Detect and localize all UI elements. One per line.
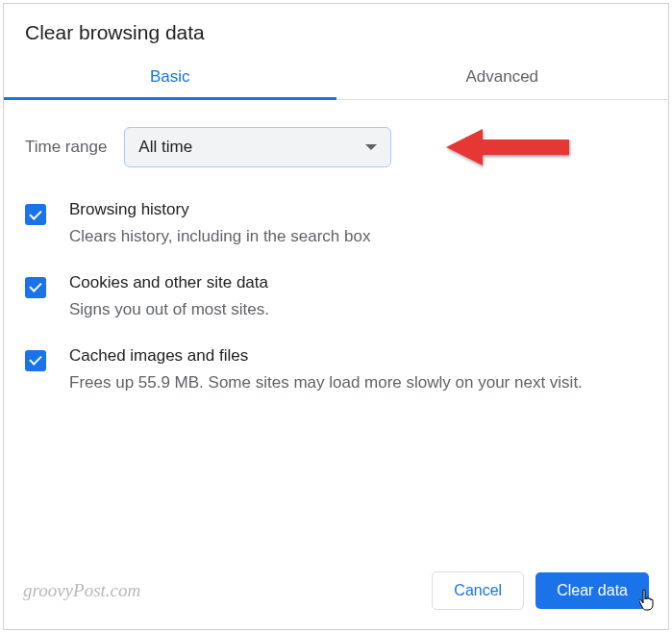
tab-advanced[interactable]: Advanced	[336, 54, 669, 99]
option-desc: Signs you out of most sites.	[69, 298, 269, 321]
time-range-value: All time	[138, 138, 192, 157]
clear-data-button[interactable]: Clear data	[535, 572, 649, 609]
option-text: Cached images and files Frees up 55.9 MB…	[69, 346, 583, 394]
time-range-label: Time range	[25, 138, 107, 157]
option-title: Browsing history	[69, 200, 370, 219]
option-desc: Frees up 55.9 MB. Some sites may load mo…	[69, 371, 583, 394]
checkmark-icon	[29, 280, 41, 292]
time-range-row: Time range All time	[25, 127, 647, 167]
option-text: Browsing history Clears history, includi…	[69, 200, 370, 248]
cancel-button[interactable]: Cancel	[432, 571, 524, 610]
time-range-select[interactable]: All time	[124, 127, 391, 167]
checkmark-icon	[29, 352, 41, 365]
dialog-title: Clear browsing data	[4, 4, 668, 54]
option-cookies: Cookies and other site data Signs you ou…	[25, 273, 647, 321]
option-text: Cookies and other site data Signs you ou…	[69, 273, 269, 321]
chevron-down-icon	[365, 144, 377, 150]
checkbox-browsing-history[interactable]	[25, 204, 46, 225]
clear-browsing-data-dialog: Clear browsing data Basic Advanced Time …	[3, 3, 669, 630]
annotation-arrow-icon	[446, 123, 571, 171]
option-desc: Clears history, including in the search …	[69, 225, 370, 248]
cursor-pointer-icon	[639, 589, 659, 612]
tabs: Basic Advanced	[4, 54, 668, 100]
dialog-content: Time range All time Browsing history Cle…	[4, 100, 668, 558]
option-browsing-history: Browsing history Clears history, includi…	[25, 200, 647, 248]
checkmark-icon	[29, 207, 41, 219]
tab-basic[interactable]: Basic	[4, 54, 336, 99]
svg-marker-0	[446, 129, 569, 165]
checkbox-cookies[interactable]	[25, 277, 46, 298]
option-title: Cached images and files	[69, 346, 583, 366]
option-title: Cookies and other site data	[69, 273, 269, 292]
option-cache: Cached images and files Frees up 55.9 MB…	[25, 346, 647, 394]
watermark: groovyPost.com	[23, 580, 140, 601]
dialog-footer: groovyPost.com Cancel Clear data	[4, 558, 668, 629]
checkbox-cache[interactable]	[25, 350, 46, 371]
